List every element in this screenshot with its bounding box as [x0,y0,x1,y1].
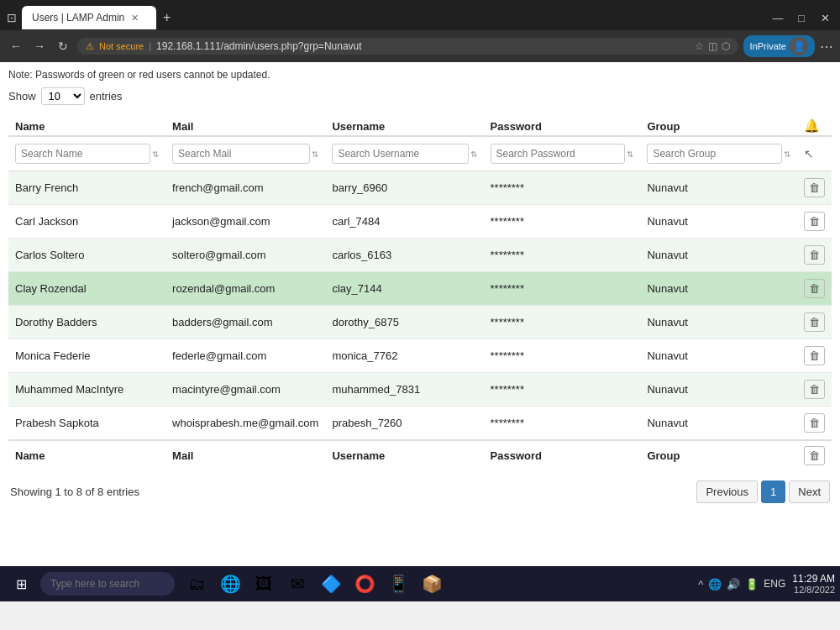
browser-menu-button[interactable]: ⋯ [820,39,833,55]
cell-password: ******** [484,373,641,407]
entries-select[interactable]: 10 25 50 100 [41,87,85,105]
delete-row-button[interactable]: 🗑 [804,178,825,197]
cell-name: Dorothy Badders [8,306,165,339]
cell-group: Nunavut [640,239,797,272]
start-button[interactable]: ⊞ [5,568,37,600]
footer-group: Group [640,440,797,470]
tray-lang-label: ENG [764,578,785,590]
delete-row-button[interactable]: 🗑 [804,245,825,265]
cell-password: ******** [484,306,641,339]
tray-volume-icon[interactable]: 🔊 [727,578,740,591]
search-group-cell: ⇅ [640,136,797,171]
taskbar-mail-icon[interactable]: ✉ [282,569,312,599]
next-button[interactable]: Next [789,480,830,503]
table-row: Prabesh Sapkotawhoisprabesh.me@gmail.com… [8,407,832,441]
cursor-icon: ↖ [804,147,814,160]
entries-label: entries [90,90,123,102]
tab-bar: ⊡ Users | LAMP Admin ✕ + — □ ✕ [0,0,840,30]
tray-network-icon[interactable]: 🌐 [708,578,722,591]
table-row: Muhammed MacIntyremacintyre@gmail.commuh… [8,373,832,407]
taskbar-edge-icon[interactable]: 🌐 [215,569,245,599]
sort-group-icon[interactable]: ⇅ [784,150,790,159]
search-mail-input[interactable] [172,144,310,164]
search-password-input[interactable] [491,144,626,164]
delete-row-button[interactable]: 🗑 [804,346,825,365]
page-1-button[interactable]: 1 [761,480,785,503]
cell-name: Barry French [8,171,165,205]
col-header-group: Group [640,113,797,136]
forward-button[interactable]: → [30,39,49,53]
cell-username: monica_7762 [325,339,483,373]
col-header-password: Password [484,113,641,136]
taskbar-search-input[interactable] [40,572,175,596]
tray-chevron-icon[interactable]: ^ [698,578,703,591]
col-header-name: Name [8,113,165,136]
taskbar-icons: 🗂 🌐 🖼 ✉ 🔷 ⭕ 📱 📦 [181,569,447,599]
sort-username-icon[interactable]: ⇅ [470,150,477,159]
window-controls: — □ ✕ [769,12,833,24]
inprivate-button[interactable]: InPrivate 👤 [743,35,815,57]
system-clock[interactable]: 11:29 AM 12/8/2022 [792,573,835,595]
search-group-input[interactable] [647,144,782,164]
taskbar-app8-icon[interactable]: 📦 [417,569,447,599]
minimize-button[interactable]: — [769,12,786,24]
cell-mail: soltero@gmail.com [165,239,325,272]
cell-username: muhammed_7831 [325,373,483,407]
tab-close-button[interactable]: ✕ [131,13,139,24]
taskbar-explorer-icon[interactable]: 🗂 [181,569,212,599]
address-bar[interactable]: ⚠ Not secure | 192.168.1.111/admin/users… [77,38,738,55]
new-tab-button[interactable]: + [163,10,171,25]
cell-group: Nunavut [640,306,797,339]
delete-row-button[interactable]: 🗑 [804,413,825,433]
cell-mail: jackson@gmail.com [165,205,325,239]
footer-username: Username [325,440,483,470]
tray-battery-icon[interactable]: 🔋 [745,578,759,591]
footer-name: Name [8,440,165,470]
cell-name: Monica Federie [8,339,165,373]
profile-avatar[interactable]: 👤 [790,37,808,55]
cell-username: clay_7144 [325,272,483,306]
cell-password: ******** [484,239,641,272]
collections-icon[interactable]: ◫ [708,40,717,52]
close-button[interactable]: ✕ [816,12,833,24]
extensions-icon[interactable]: ⬡ [722,40,730,52]
taskbar-right: ^ 🌐 🔊 🔋 ENG 11:29 AM 12/8/2022 [698,573,835,595]
clock-date: 12/8/2022 [792,585,835,595]
back-button[interactable]: ← [7,39,25,53]
sort-mail-icon[interactable]: ⇅ [312,150,318,159]
show-label: Show [8,90,36,102]
cell-mail: whoisprabesh.me@gmail.com [165,407,325,441]
delete-row-button[interactable]: 🗑 [804,279,825,298]
previous-button[interactable]: Previous [696,480,758,503]
search-username-input[interactable] [332,144,468,164]
cell-group: Nunavut [640,205,797,239]
cell-action: 🗑 [797,205,832,239]
search-name-cell: ⇅ [8,136,165,171]
search-name-input[interactable] [15,144,150,164]
cell-action: 🗑 [797,407,832,441]
cell-password: ******** [484,171,641,205]
table-row: Monica Federiefederle@gmail.commonica_77… [8,339,832,373]
taskbar-app5-icon[interactable]: 🔷 [316,569,346,599]
cell-action: 🗑 [797,239,832,272]
cell-password: ******** [484,205,641,239]
cell-mail: federle@gmail.com [165,339,325,373]
sort-name-icon[interactable]: ⇅ [152,150,159,159]
sort-password-icon[interactable]: ⇅ [627,150,633,159]
delete-row-button[interactable]: 🗑 [804,212,825,231]
delete-row-button[interactable]: 🗑 [804,380,825,399]
star-icon[interactable]: ☆ [695,40,704,52]
footer-delete-button[interactable]: 🗑 [804,446,825,465]
cell-mail: french@gmail.com [165,171,325,205]
lock-icon: ⚠ [86,41,94,52]
maximize-button[interactable]: □ [793,12,810,24]
taskbar-photos-icon[interactable]: 🖼 [249,569,279,599]
active-tab[interactable]: Users | LAMP Admin ✕ [22,6,156,29]
delete-row-button[interactable]: 🗑 [804,312,825,332]
footer-password: Password [484,440,641,470]
system-tray-icons: ^ 🌐 🔊 🔋 ENG [698,578,785,591]
refresh-button[interactable]: ↻ [54,39,72,53]
taskbar-app7-icon[interactable]: 📱 [383,569,413,599]
taskbar-app6-icon[interactable]: ⭕ [349,569,380,599]
cell-username: dorothy_6875 [325,306,483,339]
